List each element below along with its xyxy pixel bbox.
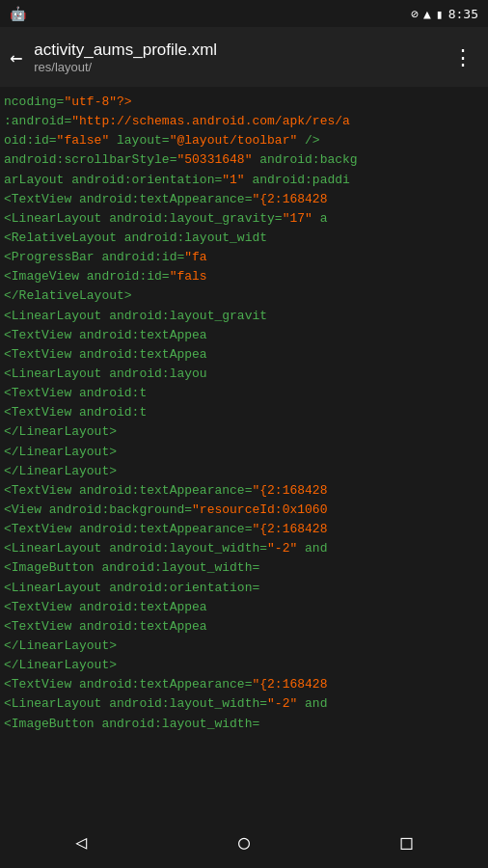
code-line: <LinearLayout android:layout_width="-2" … xyxy=(0,694,488,714)
code-line: <LinearLayout android:orientation= xyxy=(0,579,488,598)
code-line: oid:id="false" layout="@layout/toolbar" … xyxy=(0,131,488,150)
code-line: <LinearLayout android:layout_gravity="17… xyxy=(0,209,488,229)
code-line: <TextView android:textAppea xyxy=(0,326,488,345)
time-display: 8:35 xyxy=(448,7,478,21)
toolbar-subtitle: res/layout/ xyxy=(34,60,447,74)
code-line: <ImageButton android:layout_width= xyxy=(0,558,488,578)
code-line: android:scrollbarStyle="50331648" androi… xyxy=(0,150,488,170)
code-line: arLayout android:orientation="1" android… xyxy=(0,171,488,190)
code-line: </RelativeLayout> xyxy=(0,286,488,306)
nav-home-button[interactable]: ○ xyxy=(219,821,269,863)
code-area[interactable]: ncoding="utf-8"?>:android="http://schema… xyxy=(0,87,488,815)
status-bar-right: ⊘ ▲ ▮ 8:35 xyxy=(411,7,478,21)
code-line: <LinearLayout android:layout_gravit xyxy=(0,307,488,326)
code-line: </LinearLayout> xyxy=(0,656,488,675)
back-button[interactable]: ← xyxy=(10,45,22,69)
blocked-icon: ⊘ xyxy=(411,7,419,21)
code-line: </LinearLayout> xyxy=(0,422,488,442)
nav-back-button[interactable]: ◁ xyxy=(56,821,106,863)
toolbar-titles: activity_aums_profile.xml res/layout/ xyxy=(34,41,447,74)
toolbar-title: activity_aums_profile.xml xyxy=(34,41,447,60)
code-line: <RelativeLayout android:layout_widt xyxy=(0,229,488,248)
toolbar: ← activity_aums_profile.xml res/layout/ … xyxy=(0,27,488,87)
overflow-menu-button[interactable]: ⋮ xyxy=(447,41,478,74)
nav-recents-button[interactable]: □ xyxy=(382,821,432,863)
battery-icon: ▮ xyxy=(436,7,444,21)
code-line: <ImageButton android:layout_width= xyxy=(0,715,488,734)
code-line: <TextView android:textAppea xyxy=(0,617,488,637)
code-line: <TextView android:textAppea xyxy=(0,345,488,365)
code-line: <ProgressBar android:id="fa xyxy=(0,248,488,267)
code-line: </LinearLayout> xyxy=(0,637,488,656)
code-line: </LinearLayout> xyxy=(0,462,488,481)
code-line: <TextView android:textAppearance="{2:168… xyxy=(0,481,488,501)
code-line: <TextView android:textAppearance="{2:168… xyxy=(0,520,488,539)
code-line: <View android:background="resourceId:0x1… xyxy=(0,501,488,520)
code-line: ncoding="utf-8"?> xyxy=(0,93,488,112)
status-bar-left: 🤖 xyxy=(10,6,26,21)
code-line: </LinearLayout> xyxy=(0,443,488,462)
nav-bar: ◁ ○ □ xyxy=(0,815,488,868)
status-bar: 🤖 ⊘ ▲ ▮ 8:35 xyxy=(0,0,488,27)
code-line: :android="http://schemas.android.com/apk… xyxy=(0,112,488,131)
code-line: <LinearLayout android:layout_width="-2" … xyxy=(0,539,488,558)
code-line: <TextView android:t xyxy=(0,384,488,403)
code-line: <ImageView android:id="fals xyxy=(0,267,488,286)
code-line: <TextView android:textAppea xyxy=(0,598,488,617)
android-icon: 🤖 xyxy=(10,6,26,21)
signal-icon: ▲ xyxy=(423,7,431,21)
code-line: <TextView android:textAppearance="{2:168… xyxy=(0,190,488,209)
code-line: <TextView android:t xyxy=(0,403,488,422)
code-line: <TextView android:textAppearance="{2:168… xyxy=(0,675,488,694)
code-line: <LinearLayout android:layou xyxy=(0,365,488,384)
